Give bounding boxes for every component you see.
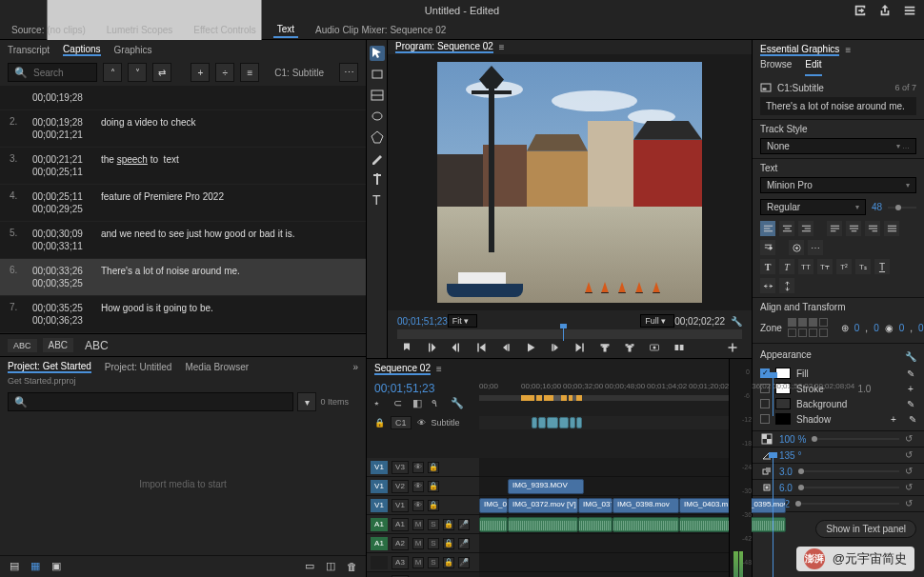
program-menu-icon[interactable]: ≡ [499, 42, 505, 52]
tab-text[interactable]: Text [273, 22, 298, 38]
settings-icon[interactable]: 🔧 [731, 316, 742, 327]
marker-icon[interactable]: ◧ [412, 397, 424, 408]
ellipse-tool-icon[interactable] [370, 109, 385, 124]
project-tab-3[interactable]: Media Browser [185, 362, 249, 372]
caption-row[interactable]: 4. 00;00;25;1100;00;29;25 feature of Pre… [0, 185, 366, 222]
caption-row[interactable]: 3. 00;00;21;2100;00;25;11 the speech to … [0, 148, 366, 185]
mark-in-icon[interactable] [424, 341, 439, 354]
superscript-icon[interactable]: T² [836, 259, 852, 274]
bg-checkbox[interactable] [760, 399, 770, 408]
align-center-icon[interactable] [779, 221, 794, 236]
lock-icon[interactable]: 🔒 [374, 418, 385, 428]
play-icon[interactable] [523, 341, 538, 354]
polygon-tool-icon[interactable] [370, 129, 385, 145]
prev-button[interactable]: ˄ [103, 63, 122, 82]
rtl-icon[interactable] [760, 240, 775, 255]
tab-source[interactable]: Source: (no clips) [8, 23, 90, 37]
program-viewer[interactable] [388, 54, 752, 310]
clip[interactable]: IMG_0403.m... [679, 498, 731, 513]
replace-button[interactable]: ⇄ [152, 63, 171, 82]
playhead[interactable] [773, 378, 773, 416]
spread-slider[interactable] [798, 487, 899, 488]
trash-icon[interactable]: 🗑 [345, 560, 358, 573]
abc-large[interactable]: ABC [79, 337, 114, 354]
allcaps-icon[interactable]: TT [798, 259, 814, 274]
captions-search[interactable]: 🔍 [8, 63, 97, 82]
go-to-in-icon[interactable] [473, 341, 489, 354]
bg-swatch[interactable] [775, 398, 791, 409]
shadow-add-icon[interactable]: + [888, 413, 899, 425]
caption-row[interactable]: 00;00;19;28 [0, 86, 366, 110]
timeline-menu-icon[interactable]: ≡ [436, 364, 442, 374]
lift-icon[interactable] [597, 341, 613, 354]
anchor-x[interactable]: 0 [899, 323, 905, 333]
clip[interactable] [508, 517, 578, 532]
justify-center-icon[interactable] [846, 221, 861, 236]
font-weight-dropdown[interactable]: Regular▾ [760, 199, 866, 215]
workspace-menu-icon[interactable] [903, 4, 916, 17]
pen-tool-icon[interactable] [370, 150, 385, 166]
eg-tab-browse[interactable]: Browse [760, 59, 792, 76]
mark-out-icon[interactable] [449, 341, 464, 354]
share-icon[interactable] [878, 4, 892, 17]
captions-more-button[interactable]: ⋯ [339, 63, 358, 82]
clip[interactable]: IMG_0372.mov [V] [508, 498, 578, 513]
justify-full-icon[interactable] [884, 221, 899, 236]
next-button[interactable]: ˅ [128, 63, 147, 82]
eg-menu-icon[interactable]: ≡ [845, 45, 851, 55]
font-size[interactable]: 48 [872, 202, 882, 212]
angle-value[interactable]: 135 ° [779, 450, 801, 461]
project-search[interactable]: 🔍 [8, 392, 293, 411]
stroke-width[interactable]: 1.0 [858, 384, 872, 394]
new-bin-icon[interactable]: ▭ [303, 560, 316, 573]
distance-slider[interactable] [798, 470, 899, 472]
captions-list[interactable]: 00;00;19;28 2. 00;00;19;2800;00;21;21 do… [0, 86, 366, 333]
list-view-icon[interactable]: ▤ [8, 560, 21, 573]
align-left-icon[interactable] [760, 221, 775, 236]
type-tool-icon[interactable]: T [370, 192, 385, 208]
appearance-settings-icon[interactable]: 🔧 [905, 351, 916, 363]
shadow-swatch[interactable] [775, 413, 791, 425]
program-tc-left[interactable]: 00;01;51;23 [397, 316, 448, 327]
clip[interactable] [578, 517, 613, 532]
faux-bold-icon[interactable]: T [760, 259, 775, 274]
icon-view-icon[interactable]: ▦ [29, 560, 42, 573]
settings-icon[interactable]: ٩ [432, 397, 443, 408]
bg-eyedropper-icon[interactable]: ✎ [905, 398, 916, 409]
project-filter-button[interactable]: ▾ [297, 392, 316, 411]
new-item-icon[interactable]: ◫ [324, 560, 337, 573]
add-caption-button[interactable]: + [191, 63, 210, 82]
kerning-icon[interactable] [760, 278, 775, 293]
step-back-icon[interactable] [498, 341, 513, 354]
vertical-type-tool-icon[interactable] [370, 171, 385, 187]
opacity-slider[interactable] [812, 438, 899, 440]
eg-layer-name[interactable]: C1:Subtitle [777, 83, 824, 93]
tatechuyoko-icon[interactable] [789, 240, 804, 255]
comparison-icon[interactable] [672, 341, 687, 354]
zone-grid[interactable] [788, 318, 828, 337]
justify-left-icon[interactable] [827, 221, 842, 236]
underline-icon[interactable]: T [874, 259, 890, 274]
clip[interactable] [679, 517, 731, 532]
align-right-icon[interactable] [798, 221, 814, 236]
caption-track-lane[interactable] [479, 416, 729, 429]
pos-x[interactable]: 0 [854, 323, 860, 333]
reset-icon[interactable]: ↺ [905, 498, 916, 509]
res-dropdown[interactable]: Full ▾ [640, 314, 674, 328]
tab-effect-controls[interactable]: Effect Controls [190, 23, 259, 37]
track-lanes[interactable]: IMG_9393.MOV IMG_0368 IMG_0372.mov [V] I… [479, 458, 729, 577]
leading-icon[interactable] [779, 278, 794, 293]
timeline-tc[interactable]: 00;01;51;23 [374, 382, 472, 395]
track-header-v2[interactable]: V1V2👁🔒 [367, 477, 479, 496]
wrench-icon[interactable]: 🔧 [451, 397, 462, 408]
extract-icon[interactable] [622, 341, 637, 354]
captions-search-input[interactable] [33, 68, 90, 78]
stroke-add-icon[interactable]: + [905, 383, 916, 394]
quick-export-icon[interactable] [854, 4, 867, 17]
freeform-view-icon[interactable]: ▣ [50, 560, 63, 573]
shadow-checkbox[interactable] [760, 414, 770, 424]
spread-value[interactable]: 6.0 [779, 483, 793, 493]
clip[interactable]: IMG_0368 [479, 498, 508, 513]
distance-value[interactable]: 3.0 [779, 467, 793, 477]
track-header-a2[interactable]: A1A2MS🔒🎤 [367, 534, 479, 553]
